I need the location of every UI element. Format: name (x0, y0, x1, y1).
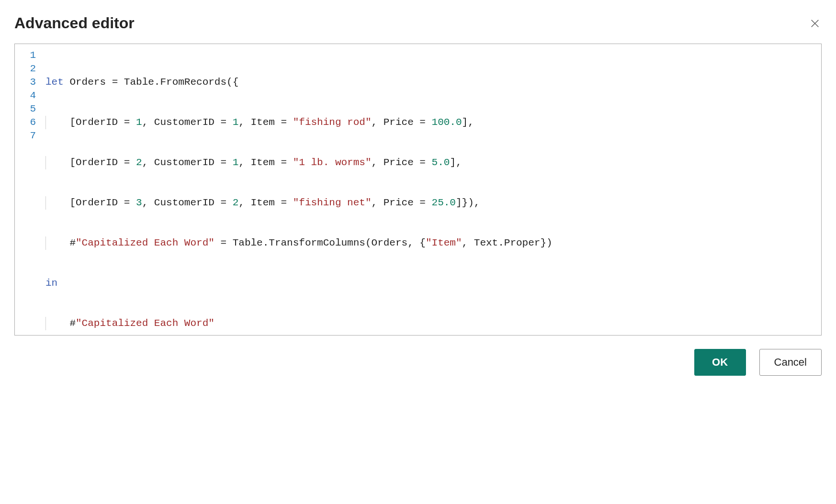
close-button[interactable] (808, 17, 822, 30)
indent-guide-icon (45, 236, 46, 250)
indent-guide-icon (45, 317, 46, 330)
cancel-button[interactable]: Cancel (759, 349, 822, 376)
line-number: 7 (15, 129, 36, 143)
code-line: in (45, 277, 821, 290)
code-line: [OrderID = 3, CustomerID = 2, Item = "fi… (45, 196, 821, 210)
close-icon (810, 18, 820, 29)
code-line: [OrderID = 2, CustomerID = 1, Item = "1 … (45, 156, 821, 169)
code-line: #"Capitalized Each Word" = Table.Transfo… (45, 236, 821, 250)
ok-button[interactable]: OK (694, 349, 746, 376)
line-number: 4 (15, 89, 36, 102)
dialog-title: Advanced editor (14, 14, 135, 32)
line-number: 6 (15, 116, 36, 129)
code-content[interactable]: let Orders = Table.FromRecords({ [OrderI… (44, 44, 821, 335)
line-number-gutter: 1 2 3 4 5 6 7 (15, 44, 44, 335)
dialog-footer: OK Cancel (14, 349, 822, 376)
line-number: 3 (15, 76, 36, 89)
code-editor[interactable]: 1 2 3 4 5 6 7 let Orders = Table.FromRec… (14, 44, 822, 336)
indent-guide-icon (45, 116, 46, 129)
indent-guide-icon (45, 156, 46, 169)
line-number: 5 (15, 102, 36, 116)
indent-guide-icon (45, 196, 46, 210)
advanced-editor-dialog: Advanced editor 1 2 3 4 5 6 7 let Orders… (14, 14, 822, 376)
dialog-header: Advanced editor (14, 14, 822, 32)
code-line: let Orders = Table.FromRecords({ (45, 76, 821, 89)
line-number: 2 (15, 62, 36, 76)
code-line: [OrderID = 1, CustomerID = 1, Item = "fi… (45, 116, 821, 129)
code-line: #"Capitalized Each Word" (45, 317, 821, 330)
line-number: 1 (15, 49, 36, 62)
